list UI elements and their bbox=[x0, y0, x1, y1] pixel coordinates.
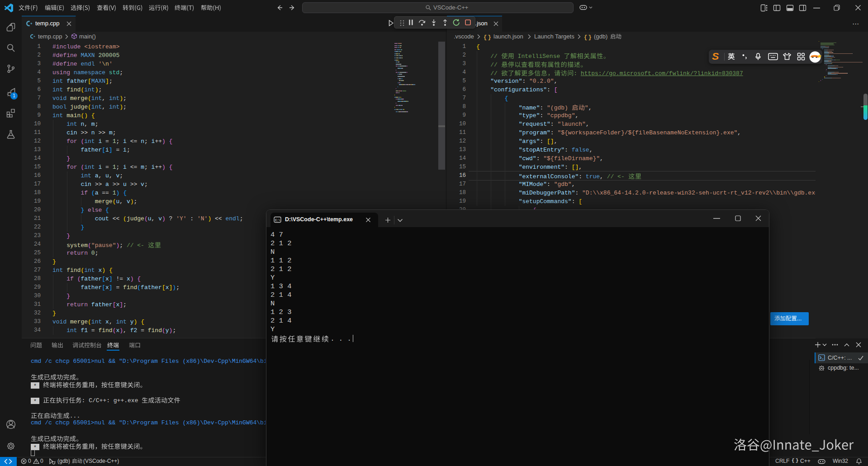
svg-text:C:\: C:\ bbox=[275, 219, 280, 222]
